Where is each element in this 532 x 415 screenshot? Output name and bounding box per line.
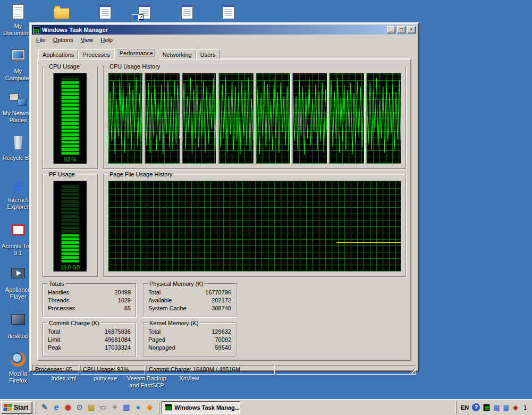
tab-applications[interactable]: Applications: [38, 49, 78, 59]
task-button-label: Windows Task Manag...: [174, 404, 240, 411]
tab-networking[interactable]: Networking: [158, 49, 196, 59]
language-indicator[interactable]: EN: [461, 404, 469, 411]
minimize-button[interactable]: _: [387, 26, 395, 33]
cpu-history-graph: [292, 73, 327, 164]
info-label: Total: [148, 328, 161, 336]
maximize-button[interactable]: □: [397, 26, 406, 33]
cpu-history-line: [145, 73, 179, 164]
info-value: 65: [124, 304, 131, 312]
cpu-usage-value: 93 %: [54, 157, 87, 163]
browser-red-icon[interactable]: ◉: [63, 402, 73, 412]
physical-memory-groupbox: Physical Memory (K) Total16770796 Availa…: [143, 283, 237, 317]
show-desktop-icon[interactable]: ✎: [39, 402, 49, 412]
groupbox-title: Totals: [47, 281, 66, 287]
info-row: Total129632: [148, 328, 231, 336]
window-titlebar[interactable]: Windows Task Manager _ □ ✕: [32, 25, 417, 35]
cpu-history-line: [330, 73, 364, 164]
internet-explorer-icon[interactable]: e: [51, 402, 61, 412]
cpu-usage-meter: 93 %: [53, 73, 87, 164]
document-blue-icon[interactable]: ▥: [121, 402, 131, 412]
groupbox-title: Page File Usage History: [108, 171, 174, 177]
cpu-history-graph: [329, 73, 364, 164]
cpu-meter-tray-icon[interactable]: [483, 404, 490, 411]
groupbox-title: PF Usage: [47, 171, 77, 177]
pf-usage-value: 16,0 GB: [54, 265, 87, 270]
my-documents-icon: [10, 4, 27, 21]
cpu-usage-groupbox: CPU Usage 93 %: [43, 66, 98, 169]
groupbox-title: Commit Charge (K): [47, 320, 101, 326]
start-button[interactable]: Start: [1, 401, 32, 414]
desktop-icon-index-xml[interactable]: Index.xml: [40, 374, 87, 382]
screen: { "colors": { "desktop_background": "#3f…: [0, 0, 532, 415]
tab-processes[interactable]: Processes: [78, 49, 114, 59]
desktop-folder-icon: [10, 314, 27, 331]
info-row: Nonpaged59540: [148, 344, 231, 352]
cpu-history-graph: [218, 73, 254, 164]
meter-track: [62, 76, 79, 155]
network-tray-icon[interactable]: ▦: [493, 404, 500, 411]
cpu-row: CPU Usage 93 % CPU Usage History: [43, 66, 406, 169]
search-icon[interactable]: ⊙: [74, 402, 85, 412]
desktop-icon-notepad-1[interactable]: [88, 3, 122, 21]
close-button[interactable]: ✕: [407, 26, 416, 33]
totals-groupbox: Totals Handles20499 Threads1029 Processe…: [43, 283, 136, 317]
info-value: 202172: [212, 297, 231, 304]
folder-explorer-icon[interactable]: ▤: [86, 402, 96, 412]
display-settings-icon[interactable]: ▭: [98, 402, 108, 412]
xnview-icon[interactable]: ◆: [145, 402, 155, 412]
cpu-history-graph: [366, 73, 401, 164]
taskbar-divider: [158, 402, 159, 413]
info-row: Total16875836: [48, 328, 131, 336]
pagefile-row: PF Usage 16,0 GB Page File Usage History: [43, 174, 406, 277]
blue-app-badge-icon: [132, 14, 139, 21]
desktop-icon-notepad-shortcut[interactable]: ↗: [128, 3, 162, 21]
menu-options[interactable]: Options: [49, 36, 77, 44]
status-cpu-usage: CPU Usage: 93%: [80, 365, 145, 375]
cpu-history-line: [256, 73, 290, 164]
groupbox-title: CPU Usage History: [108, 63, 162, 70]
info-label: Available: [148, 297, 172, 304]
cpu-history-line: [367, 73, 401, 164]
info-value: 1029: [118, 297, 131, 304]
meter-fill: [62, 81, 79, 155]
notepad-icon: [220, 4, 237, 21]
desktop-icon-veeam-backup[interactable]: Veeam Backup and FastSCP: [123, 374, 170, 389]
menu-help[interactable]: Help: [97, 36, 116, 44]
info-row: Paged70092: [148, 336, 231, 344]
desktop-icon-notepad-2[interactable]: [170, 3, 204, 21]
memory-info-grid: Totals Handles20499 Threads1029 Processe…: [43, 283, 406, 357]
desktop-icon-label: putty.exe: [82, 375, 129, 382]
recycle-bin-icon: [10, 136, 27, 153]
desktop-icon-xnview[interactable]: XnView: [166, 374, 213, 382]
desktop-icon-folder[interactable]: [45, 3, 79, 25]
info-row: System Cache308740: [148, 304, 231, 312]
notepad-icon: [179, 4, 196, 21]
keys-icon[interactable]: ✦: [109, 402, 120, 412]
my-computer-icon: [10, 49, 27, 66]
cpu-history-line: [108, 73, 142, 164]
desktop-icon-notepad-3[interactable]: [212, 3, 246, 21]
info-label: Peak: [48, 344, 61, 352]
task-manager-icon: [165, 404, 172, 411]
menu-file[interactable]: File: [32, 36, 49, 44]
taskbar-clock[interactable]: 1: [521, 404, 528, 411]
info-label: Paged: [148, 336, 165, 344]
task-button-task-manager[interactable]: Windows Task Manag...: [162, 401, 240, 414]
pagefile-history-line: [108, 181, 401, 272]
resize-grip[interactable]: [409, 367, 416, 374]
info-value: 20499: [114, 289, 131, 297]
menu-bar: File Options View Help: [32, 35, 417, 45]
pf-history-groupbox: Page File Usage History: [103, 174, 406, 277]
tab-performance[interactable]: Performance: [114, 48, 158, 59]
info-row: Total16770796: [148, 289, 231, 297]
media-player-icon[interactable]: ●: [133, 402, 143, 412]
info-label: System Cache: [148, 304, 187, 312]
desktop-icon-putty[interactable]: putty.exe: [82, 374, 129, 382]
safely-remove-icon[interactable]: ◆: [513, 404, 518, 411]
groupbox-title: Physical Memory (K): [148, 281, 205, 287]
help-icon[interactable]: ?: [472, 403, 480, 411]
menu-view[interactable]: View: [77, 36, 97, 44]
info-label: Limit: [48, 336, 60, 344]
network-tray-icon-2[interactable]: ▦: [503, 404, 510, 411]
tab-users[interactable]: Users: [196, 49, 220, 59]
